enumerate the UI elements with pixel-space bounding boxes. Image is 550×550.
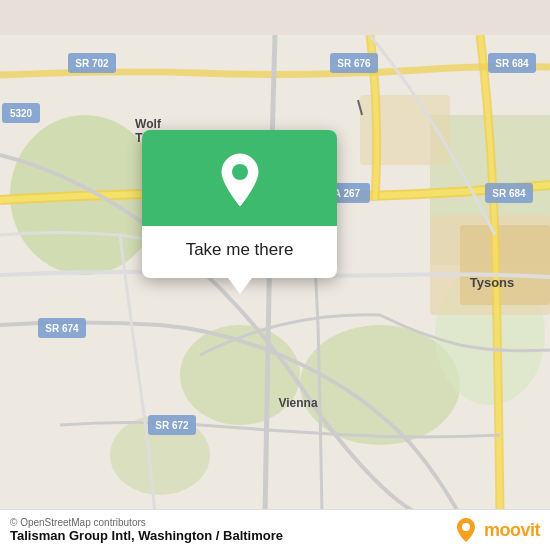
svg-text:SR 672: SR 672	[155, 420, 189, 431]
map-container: SR 702 SR 676 SR 684 5320 Wolf Trap VA 2…	[0, 0, 550, 550]
footer-left: © OpenStreetMap contributors Talisman Gr…	[10, 517, 283, 543]
svg-text:SR 676: SR 676	[337, 58, 371, 69]
svg-text:SR 684: SR 684	[492, 188, 526, 199]
svg-point-32	[462, 523, 470, 531]
svg-rect-9	[460, 225, 550, 305]
svg-text:SR 684: SR 684	[495, 58, 529, 69]
osm-credit: © OpenStreetMap contributors	[10, 517, 283, 528]
moovit-logo: moovit	[452, 516, 540, 544]
popup-card: Take me there	[142, 130, 337, 278]
footer-bar: © OpenStreetMap contributors Talisman Gr…	[0, 509, 550, 550]
svg-text:SR 702: SR 702	[75, 58, 109, 69]
svg-point-31	[232, 164, 248, 180]
popup-green-area	[142, 130, 337, 226]
location-title: Talisman Group Intl, Washington / Baltim…	[10, 528, 283, 543]
svg-text:5320: 5320	[10, 108, 33, 119]
svg-text:Wolf: Wolf	[135, 117, 162, 131]
moovit-brand-icon	[452, 516, 480, 544]
take-me-there-button[interactable]: Take me there	[158, 236, 321, 264]
location-pin-icon	[216, 152, 264, 208]
svg-text:Vienna: Vienna	[278, 396, 317, 410]
moovit-brand-text: moovit	[484, 520, 540, 541]
svg-text:SR 674: SR 674	[45, 323, 79, 334]
svg-text:Tysons: Tysons	[470, 275, 515, 290]
popup-button-area[interactable]: Take me there	[142, 226, 337, 278]
